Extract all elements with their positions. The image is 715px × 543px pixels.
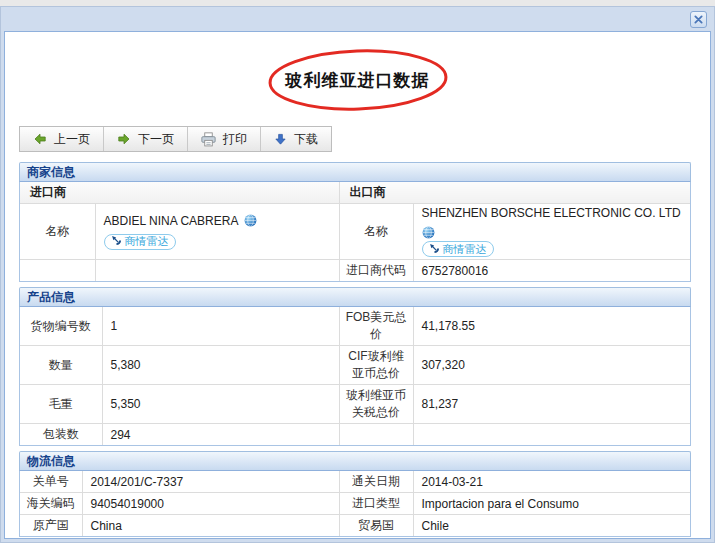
merchant-section-header: 商家信息 bbox=[19, 162, 691, 182]
field-value: 5,350 bbox=[102, 385, 339, 424]
importer-name-value: ABDIEL NINA CABRERA bbox=[104, 214, 239, 228]
prev-page-button[interactable]: 上一页 bbox=[20, 127, 104, 151]
table-row: 毛重 5,350 玻利维亚币关税总价 81,237 bbox=[20, 385, 690, 424]
globe-icon[interactable] bbox=[244, 214, 257, 227]
content-panel: 玻利维亚进口数据 上一页 下一页 bbox=[4, 31, 711, 539]
prev-page-label: 上一页 bbox=[54, 131, 90, 148]
importer-name-label: 名称 bbox=[20, 204, 95, 260]
field-value: China bbox=[82, 515, 339, 537]
field-label: CIF玻利维亚币总价 bbox=[339, 346, 413, 385]
field-label: FOB美元总价 bbox=[339, 307, 413, 346]
field-value: 41,178.55 bbox=[413, 307, 690, 346]
field-value: 5,380 bbox=[102, 346, 339, 385]
title-area: 玻利维亚进口数据 bbox=[5, 48, 710, 112]
logistics-table: 关单号 2014/201/C-7337 通关日期 2014-03-21 海关编码… bbox=[20, 471, 690, 536]
table-row: 进口商代码 6752780016 bbox=[20, 260, 690, 282]
table-row: 关单号 2014/201/C-7337 通关日期 2014-03-21 bbox=[20, 471, 690, 493]
printer-icon bbox=[201, 132, 216, 147]
field-value: 1 bbox=[102, 307, 339, 346]
page-title: 玻利维亚进口数据 bbox=[286, 69, 430, 92]
radar-badge-label: 商情雷达 bbox=[443, 242, 487, 257]
field-value: 294 bbox=[102, 424, 339, 446]
radar-badge-label: 商情雷达 bbox=[125, 234, 169, 249]
dialog-titlebar bbox=[1, 7, 714, 31]
field-label: 通关日期 bbox=[339, 471, 413, 493]
product-table: 货物编号数 1 FOB美元总价 41,178.55 数量 5,380 CIF玻利… bbox=[20, 307, 690, 445]
field-value: 307,320 bbox=[413, 346, 690, 385]
globe-icon[interactable] bbox=[422, 226, 435, 239]
next-page-label: 下一页 bbox=[138, 131, 174, 148]
field-label: 数量 bbox=[20, 346, 102, 385]
product-section-header: 产品信息 bbox=[19, 287, 691, 307]
field-label: 玻利维亚币关税总价 bbox=[339, 385, 413, 424]
importer-group-header: 进口商 bbox=[20, 182, 339, 204]
next-page-button[interactable]: 下一页 bbox=[104, 127, 188, 151]
exporter-group-header: 出口商 bbox=[339, 182, 690, 204]
importer-name-cell: ABDIEL NINA CABRERA bbox=[95, 204, 339, 260]
field-value bbox=[413, 424, 690, 446]
field-value: 94054019000 bbox=[82, 493, 339, 515]
radar-icon bbox=[429, 243, 440, 256]
field-label: 货物编号数 bbox=[20, 307, 102, 346]
exporter-name-cell: SHENZHEN BORSCHE ELECTRONIC CO. LTD bbox=[413, 204, 690, 260]
field-label: 关单号 bbox=[20, 471, 82, 493]
field-label: 毛重 bbox=[20, 385, 102, 424]
exporter-name-label: 名称 bbox=[339, 204, 413, 260]
field-value: Importacion para el Consumo bbox=[413, 493, 690, 515]
business-radar-badge[interactable]: 商情雷达 bbox=[422, 241, 494, 257]
exporter-name-value: SHENZHEN BORSCHE ELECTRONIC CO. LTD bbox=[422, 206, 681, 220]
logistics-section-header: 物流信息 bbox=[19, 451, 691, 471]
business-radar-badge[interactable]: 商情雷达 bbox=[104, 234, 176, 250]
import-data-dialog: 玻利维亚进口数据 上一页 下一页 bbox=[0, 6, 715, 543]
field-label: 海关编码 bbox=[20, 493, 82, 515]
section-logistics-info: 物流信息 关单号 2014/201/C-7337 通关日期 2014-03-21… bbox=[19, 451, 691, 537]
arrow-down-icon bbox=[274, 133, 287, 146]
close-icon bbox=[694, 10, 703, 28]
table-row: 货物编号数 1 FOB美元总价 41,178.55 bbox=[20, 307, 690, 346]
section-product-info: 产品信息 货物编号数 1 FOB美元总价 41,178.55 数量 5,380 bbox=[19, 287, 691, 446]
table-row: 进口商 出口商 bbox=[20, 182, 690, 204]
importer-code-label: 进口商代码 bbox=[339, 260, 413, 282]
pager-toolbar: 上一页 下一页 打印 bbox=[19, 126, 332, 152]
download-label: 下载 bbox=[294, 131, 318, 148]
radar-icon bbox=[111, 235, 122, 248]
field-label bbox=[339, 424, 413, 446]
importer-code-value: 6752780016 bbox=[413, 260, 690, 282]
table-row: 海关编码 94054019000 进口类型 Importacion para e… bbox=[20, 493, 690, 515]
detail-sections: 商家信息 进口商 出口商 名称 ABDIEL NINA CABRERA bbox=[19, 162, 691, 539]
arrow-right-icon bbox=[117, 132, 131, 146]
field-label: 进口类型 bbox=[339, 493, 413, 515]
field-value: 2014/201/C-7337 bbox=[82, 471, 339, 493]
field-label: 包装数 bbox=[20, 424, 102, 446]
arrow-left-icon bbox=[33, 132, 47, 146]
section-merchant-info: 商家信息 进口商 出口商 名称 ABDIEL NINA CABRERA bbox=[19, 162, 691, 282]
field-label: 贸易国 bbox=[339, 515, 413, 537]
table-row: 原产国 China 贸易国 Chile bbox=[20, 515, 690, 537]
field-label: 原产国 bbox=[20, 515, 82, 537]
empty-cell bbox=[20, 260, 95, 282]
table-row: 名称 ABDIEL NINA CABRERA bbox=[20, 204, 690, 260]
table-row: 包装数 294 bbox=[20, 424, 690, 446]
field-value: 81,237 bbox=[413, 385, 690, 424]
print-button[interactable]: 打印 bbox=[188, 127, 261, 151]
field-value: Chile bbox=[413, 515, 690, 537]
merchant-table: 进口商 出口商 名称 ABDIEL NINA CABRERA bbox=[20, 182, 690, 281]
empty-cell bbox=[95, 260, 339, 282]
close-button[interactable] bbox=[690, 11, 707, 28]
table-row: 数量 5,380 CIF玻利维亚币总价 307,320 bbox=[20, 346, 690, 385]
download-button[interactable]: 下载 bbox=[261, 127, 331, 151]
print-label: 打印 bbox=[223, 131, 247, 148]
field-value: 2014-03-21 bbox=[413, 471, 690, 493]
